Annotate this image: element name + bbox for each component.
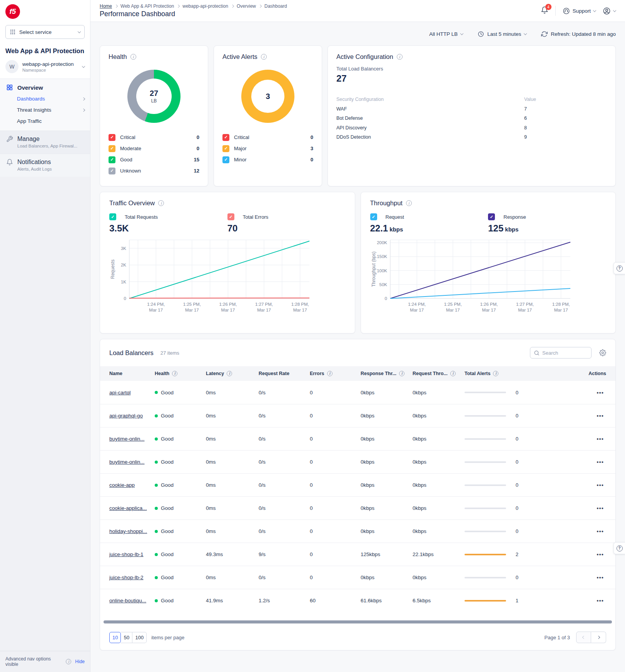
account-menu[interactable] [603, 7, 616, 15]
notifications-bell-button[interactable]: 4 [541, 6, 548, 15]
row-actions-button[interactable] [597, 412, 606, 419]
info-icon[interactable] [399, 371, 404, 376]
series-checkbox[interactable] [222, 145, 229, 152]
page-size-button[interactable]: 10 [109, 632, 121, 643]
next-page-button[interactable] [591, 632, 606, 643]
breadcrumb-item[interactable]: webapp-api-protection [182, 3, 228, 9]
series-checkbox[interactable] [370, 213, 377, 220]
series-checkbox[interactable] [227, 213, 234, 220]
info-icon[interactable] [172, 371, 177, 376]
lb-name-link[interactable]: buytime-onlin... [109, 459, 145, 465]
column-header[interactable]: Request Rate [259, 371, 310, 376]
row-actions-button[interactable] [597, 551, 606, 558]
row-actions-button[interactable] [597, 482, 606, 488]
column-header[interactable]: Name [109, 371, 155, 376]
lb-name-link[interactable]: cookie-app [109, 482, 135, 488]
health-cell: Good [155, 575, 206, 580]
gear-icon[interactable] [599, 349, 606, 356]
time-range-dropdown[interactable]: Last 5 minutes [478, 31, 526, 37]
select-service-dropdown[interactable]: Select service [5, 25, 85, 39]
horizontal-scrollbar[interactable] [104, 620, 612, 623]
series-checkbox[interactable] [109, 168, 115, 174]
page-indicator: Page 1 of 3 [545, 635, 570, 640]
hide-link[interactable]: Hide [75, 659, 85, 664]
page-size-button[interactable]: 50 [121, 632, 132, 643]
column-header[interactable]: Health [155, 371, 206, 376]
sidebar-item-threat-insights[interactable]: Threat Insights [0, 104, 90, 116]
lb-name-link[interactable]: api-cartql [109, 390, 131, 395]
row-actions-button[interactable] [597, 528, 606, 535]
info-icon[interactable] [397, 54, 403, 60]
info-icon[interactable] [130, 54, 136, 60]
info-icon[interactable] [66, 659, 71, 664]
namespace-type: Namespace [22, 68, 79, 72]
health-status-label: Good [161, 459, 174, 465]
info-icon[interactable] [406, 200, 412, 206]
help-button[interactable] [613, 262, 625, 274]
config-row: Bot Defense6 [336, 114, 607, 123]
refresh-button[interactable]: Refresh: Updated 8 min ago [541, 31, 616, 37]
sidebar-item-notifications[interactable]: Notifications Alerts, Audit Logs [0, 154, 90, 177]
info-icon[interactable] [158, 200, 164, 206]
column-header[interactable]: Total Alerts [465, 371, 524, 376]
lb-selector-label: All HTTP LB [429, 31, 458, 37]
breadcrumb-item[interactable]: Overview [237, 3, 256, 9]
breadcrumb-item[interactable]: Dashboard [264, 3, 287, 9]
sidebar-item-manage[interactable]: Manage Load Balancers, App Firewal... [0, 131, 90, 154]
lb-name-link[interactable]: juice-shop-lb-1 [109, 551, 144, 557]
series-checkbox[interactable] [109, 145, 115, 152]
column-header[interactable]: Response Thr... [361, 371, 413, 376]
svg-text:150K: 150K [377, 254, 387, 259]
response-thr-cell: 0kbps [361, 575, 413, 580]
lb-name-link[interactable]: online-boutiqu... [109, 598, 146, 603]
series-checkbox[interactable] [222, 134, 229, 141]
series-checkbox[interactable] [109, 156, 115, 163]
row-actions-button[interactable] [597, 389, 606, 396]
config-name: WAF [336, 106, 524, 112]
help-button[interactable] [613, 542, 625, 554]
series-checkbox[interactable] [488, 213, 495, 220]
row-actions-button[interactable] [597, 597, 606, 604]
info-icon[interactable] [493, 371, 498, 376]
support-menu[interactable]: Support [563, 7, 596, 15]
config-value: 8 [524, 125, 607, 131]
svg-text:Mar 17: Mar 17 [293, 308, 307, 312]
series-checkbox[interactable] [109, 213, 116, 220]
sidebar-item-overview[interactable]: Overview [0, 84, 90, 91]
lb-selector-dropdown[interactable]: All HTTP LB [429, 31, 463, 37]
column-header[interactable]: Errors [310, 371, 361, 376]
row-actions-button[interactable] [597, 459, 606, 465]
sidebar-section-overview: Overview DashboardsThreat InsightsApp Tr… [0, 79, 90, 131]
latency-cell: 0ms [206, 390, 259, 395]
series-checkbox[interactable] [222, 156, 229, 163]
column-header[interactable]: Actions [524, 371, 606, 376]
legend-label: Good [120, 157, 194, 163]
lb-name-link[interactable]: cookie-applica... [109, 505, 147, 511]
lb-name-link[interactable]: holiday-shoppi... [109, 528, 147, 534]
info-icon[interactable] [261, 54, 267, 60]
info-icon[interactable] [227, 371, 232, 376]
alerts-donut-value: 3 [266, 92, 270, 101]
lb-name-link[interactable]: juice-shop-lb-2 [109, 575, 144, 580]
request-thr-cell: 6.5kbps [413, 598, 465, 603]
info-icon[interactable] [327, 371, 333, 376]
svg-text:3K: 3K [121, 246, 126, 251]
row-actions-button[interactable] [597, 436, 606, 442]
prev-page-button[interactable] [576, 632, 591, 643]
row-actions-button[interactable] [597, 574, 606, 581]
namespace-selector[interactable]: W webapp-api-protection Namespace [5, 60, 85, 73]
page-size-button[interactable]: 100 [132, 632, 147, 643]
info-icon[interactable] [450, 371, 456, 376]
column-header[interactable]: Request Thro... [413, 371, 465, 376]
search-input[interactable] [542, 350, 588, 356]
row-actions-button[interactable] [597, 505, 606, 511]
lb-name-link[interactable]: buytime-onlin... [109, 436, 145, 442]
sidebar-item-dashboards[interactable]: Dashboards [0, 93, 90, 104]
health-status-label: Good [161, 390, 174, 395]
sidebar-item-app-traffic[interactable]: App Traffic [0, 116, 90, 127]
column-header[interactable]: Latency [206, 371, 259, 376]
series-checkbox[interactable] [109, 134, 115, 141]
breadcrumb-item[interactable]: Web App & API Protection [120, 3, 174, 9]
lb-name-link[interactable]: api-graphql-go [109, 413, 143, 419]
breadcrumb-item[interactable]: Home [100, 3, 112, 9]
